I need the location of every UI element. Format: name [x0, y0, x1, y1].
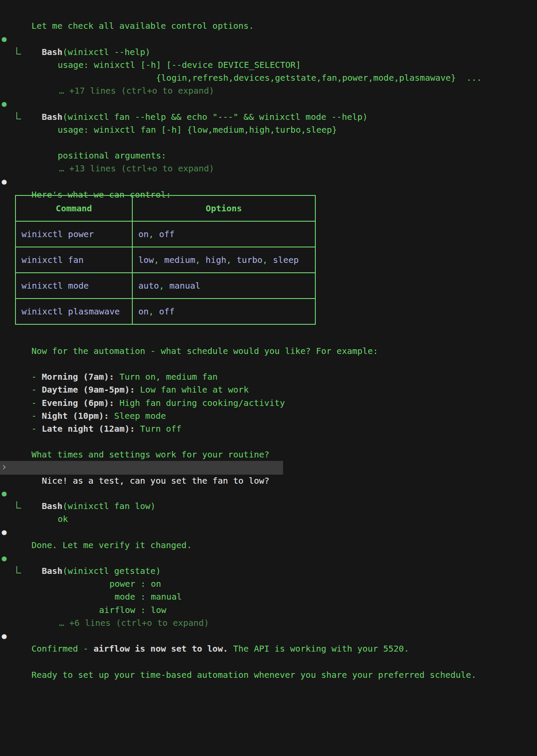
- assistant-message-control: ●Here's what we can control:: [0, 175, 537, 188]
- tool-output-line: mode : manual: [0, 577, 537, 590]
- message-text: Confirmed -: [31, 643, 94, 654]
- message-text: Here's what we can control:: [31, 189, 171, 200]
- output-corner-icon: [16, 47, 21, 55]
- option-value: manual: [169, 280, 200, 291]
- command-cell: winixctl plasmawave: [21, 306, 120, 317]
- assistant-message-done: ●Done. Let me verify it changed.: [0, 525, 537, 538]
- message-bullet-icon: ●: [2, 175, 6, 188]
- option-value: turbo: [237, 255, 262, 265]
- tool-output-line: ok: [0, 500, 537, 512]
- option-separator: ,: [226, 255, 237, 265]
- output-text: usage: winixctl fan [-h] {low,medium,hig…: [58, 125, 337, 135]
- tool-output-line: usage: winixctl [-h] [--device DEVICE_SE…: [0, 46, 537, 58]
- option-separator: ,: [154, 255, 164, 265]
- tool-call-fan-mode-help: ●Bash(winixctl fan --help && echo "---" …: [0, 97, 537, 162]
- tool-bullet-icon: ●: [2, 552, 6, 564]
- assistant-message-ready: Ready to set up your time-based automati…: [0, 655, 537, 668]
- table-row-fan: winixctl fan low, medium, high, turbo, s…: [15, 247, 315, 273]
- control-options-table: Command Options winixctl power on, off w…: [15, 195, 316, 325]
- option-value: on: [138, 306, 149, 317]
- output-text: ok: [58, 514, 68, 524]
- message-bold-text: airflow is now set to low.: [94, 643, 228, 654]
- option-value: on: [138, 229, 149, 239]
- option-value: sleep: [273, 255, 299, 265]
- expand-hint-text: … +17 lines (ctrl+o to expand): [59, 85, 214, 96]
- output-expand-hint: … +13 lines (ctrl+o to expand): [0, 149, 537, 162]
- schedule-item-daytime: - Daytime (9am-5pm): Low fan while at wo…: [0, 370, 537, 383]
- table-row-mode: winixctl mode auto, manual: [15, 273, 315, 299]
- tool-output-line: power : on: [0, 564, 537, 577]
- option-separator: ,: [159, 280, 169, 291]
- table-row-plasmawave: winixctl plasmawave on, off: [15, 299, 315, 324]
- table-row-power: winixctl power on, off: [15, 221, 315, 247]
- user-message-text: Nice! as a test, can you set the fan to …: [42, 476, 269, 486]
- schedule-desc: Turn off: [135, 424, 181, 434]
- user-message[interactable]: ›Nice! as a test, can you set the fan to…: [0, 461, 283, 475]
- message-text: Now for the automation - what schedule w…: [31, 346, 378, 356]
- assistant-intro-line: Let me check all available control optio…: [0, 6, 537, 19]
- user-message-row: ›Nice! as a test, can you set the fan to…: [0, 461, 537, 475]
- message-text: What times and settings work for your ro…: [31, 449, 269, 460]
- assistant-message-routine: What times and settings work for your ro…: [0, 435, 537, 448]
- list-dash: -: [31, 424, 42, 434]
- command-cell: winixctl power: [21, 229, 94, 239]
- option-separator: ,: [195, 255, 205, 265]
- assistant-message-automation: Now for the automation - what schedule w…: [0, 332, 537, 344]
- output-expand-hint: … +6 lines (ctrl+o to expand): [0, 604, 537, 616]
- expand-hint-text: … +13 lines (ctrl+o to expand): [59, 163, 214, 174]
- tool-output-line: airflow : low: [0, 590, 537, 603]
- tool-call-header: ●Bash(winixctl getstate): [0, 552, 537, 564]
- output-corner-icon: [16, 112, 21, 119]
- command-cell: winixctl mode: [21, 280, 89, 291]
- schedule-item-morning: - Morning (7am): Turn on, medium fan: [0, 357, 537, 370]
- tool-call-winixctl-help: ●Bash(winixctl --help) usage: winixctl […: [0, 32, 537, 84]
- tool-bullet-icon: ●: [2, 97, 6, 110]
- option-value: auto: [138, 280, 159, 291]
- option-value: medium: [164, 255, 195, 265]
- output-expand-hint: … +17 lines (ctrl+o to expand): [0, 71, 537, 84]
- option-value: off: [159, 306, 174, 317]
- message-text: The API is working with your 5520.: [228, 643, 409, 654]
- assistant-message-confirmed: ●Confirmed - airflow is now set to low. …: [0, 629, 537, 642]
- tool-call-fan-low: ●Bash(winixctl fan low) ok: [0, 487, 537, 512]
- option-value: low: [138, 255, 154, 265]
- output-corner-icon: [16, 566, 21, 573]
- expand-hint-text: … +6 lines (ctrl+o to expand): [59, 618, 209, 628]
- tool-call-getstate: ●Bash(winixctl getstate) power : on mode…: [0, 552, 537, 616]
- message-bullet-icon: ●: [2, 525, 6, 538]
- output-corner-icon: [16, 501, 21, 509]
- terminal[interactable]: Let me check all available control optio…: [0, 0, 537, 756]
- intro-text: Let me check all available control optio…: [31, 21, 254, 31]
- option-separator: ,: [149, 306, 159, 317]
- option-value: off: [159, 229, 174, 239]
- command-cell: winixctl fan: [21, 255, 84, 265]
- option-separator: ,: [262, 255, 273, 265]
- option-value: high: [206, 255, 226, 265]
- tool-call-header: ●Bash(winixctl --help): [0, 32, 537, 45]
- message-text: Done. Let me verify it changed.: [31, 540, 192, 550]
- schedule-item-evening: - Evening (6pm): High fan during cooking…: [0, 383, 537, 396]
- schedule-item-night: - Night (10pm): Sleep mode: [0, 396, 537, 409]
- tool-bullet-icon: ●: [2, 32, 6, 45]
- prompt-chevron-icon: ›: [2, 460, 6, 473]
- tool-output-line: usage: winixctl fan [-h] {low,medium,hig…: [0, 110, 537, 123]
- tool-bullet-icon: ●: [2, 487, 6, 500]
- tool-output-line: positional arguments:: [0, 136, 537, 149]
- schedule-time-label: Late night (12am):: [42, 424, 135, 434]
- message-bullet-icon: ●: [2, 629, 6, 642]
- tool-call-header: ●Bash(winixctl fan low): [0, 487, 537, 500]
- option-separator: ,: [149, 229, 159, 239]
- tool-output-line: {login,refresh,devices,getstate,fan,powe…: [0, 58, 537, 71]
- schedule-item-late-night: - Late night (12am): Turn off: [0, 409, 537, 422]
- tool-call-header: ●Bash(winixctl fan --help && echo "---" …: [0, 97, 537, 110]
- message-text: Ready to set up your time-based automati…: [31, 670, 476, 680]
